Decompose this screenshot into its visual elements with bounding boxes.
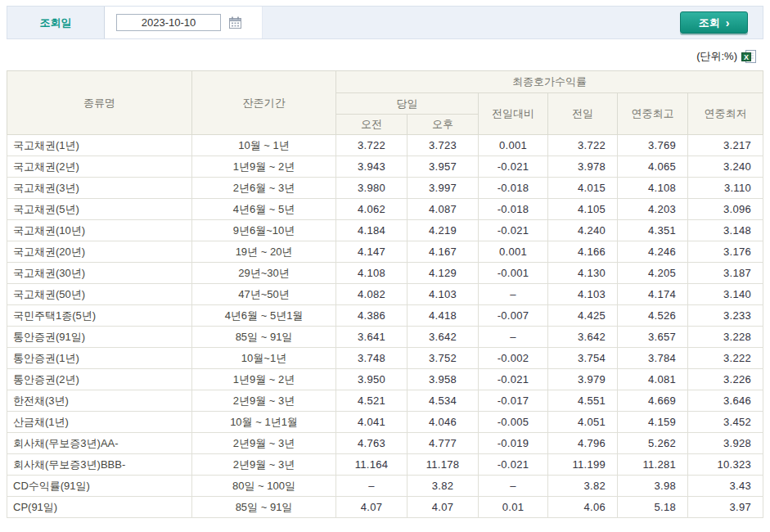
cell-bond-name: 통안증권(1년): [7, 348, 192, 369]
date-input[interactable]: [116, 14, 221, 31]
cell-prev: 4.551: [548, 390, 618, 412]
cell-change: 0.001: [479, 241, 548, 263]
table-row: 통안증권(2년) 1년9월 ~ 2년 3.950 3.958 -0.021 3.…: [7, 369, 763, 390]
cell-year-low: 3.176: [688, 241, 763, 263]
cell-period: 2년9월 ~ 3년: [192, 454, 336, 476]
col-header-yield-group: 최종호가수익률: [336, 71, 763, 93]
cell-year-low: 3.096: [688, 199, 763, 220]
cell-pm: 4.07: [408, 497, 479, 518]
cell-bond-name: 회사채(무보증3년)BBB-: [7, 454, 192, 476]
search-toolbar: 조회일 조회 ›: [7, 6, 763, 39]
table-row: 국고채권(20년) 19년 ~ 20년 4.147 4.167 0.001 4.…: [7, 241, 763, 263]
cell-year-high: 3.784: [618, 348, 688, 369]
cell-change: -0.002: [479, 348, 548, 369]
cell-year-low: 10.323: [688, 454, 763, 476]
cell-period: 9년6월~10년: [192, 220, 336, 241]
cell-prev: 3.979: [548, 369, 618, 390]
cell-bond-name: CP(91일): [7, 497, 192, 518]
cell-bond-name: 통안증권(91일): [7, 327, 192, 348]
cell-bond-name: 국민주택1종(5년): [7, 305, 192, 327]
cell-pm: 4.167: [408, 241, 479, 263]
cell-prev: 4.06: [548, 497, 618, 518]
table-row: CP(91일) 85일 ~ 91일 4.07 4.07 0.01 4.06 5.…: [7, 497, 763, 518]
cell-year-low: 3.43: [688, 476, 763, 497]
cell-year-low: 3.222: [688, 348, 763, 369]
cell-am: 4.147: [336, 241, 408, 263]
cell-period: 80일 ~ 100일: [192, 476, 336, 497]
excel-export-icon[interactable]: X: [741, 49, 757, 64]
table-header: 종류명 잔존기간 최종호가수익률 당일 전일대비 전일 연중최고 연중최저 오전…: [7, 71, 763, 135]
cell-pm: 3.752: [408, 348, 479, 369]
cell-year-high: 5.18: [618, 497, 688, 518]
table-row: 통안증권(91일) 85일 ~ 91일 3.641 3.642 – 3.642 …: [7, 327, 763, 348]
cell-am: 4.521: [336, 390, 408, 412]
cell-period: 19년 ~ 20년: [192, 241, 336, 263]
chevron-right-icon: ›: [726, 17, 730, 29]
cell-period: 10월~1년: [192, 348, 336, 369]
cell-pm: 11.178: [408, 454, 479, 476]
cell-year-low: 3.110: [688, 178, 763, 199]
cell-am: 4.386: [336, 305, 408, 327]
search-button[interactable]: 조회 ›: [680, 11, 748, 34]
cell-period: 10월 ~ 1년1월: [192, 412, 336, 433]
cell-am: 3.943: [336, 156, 408, 178]
cell-change: -0.021: [479, 220, 548, 241]
cell-pm: 3.957: [408, 156, 479, 178]
table-row: 국고채권(1년) 10월 ~ 1년 3.722 3.723 0.001 3.72…: [7, 135, 763, 156]
date-label: 조회일: [7, 16, 104, 30]
cell-am: 4.041: [336, 412, 408, 433]
cell-am: 4.763: [336, 433, 408, 454]
cell-pm: 4.534: [408, 390, 479, 412]
cell-year-low: 3.140: [688, 284, 763, 305]
col-header-type: 종류명: [7, 71, 192, 135]
col-header-change: 전일대비: [479, 93, 548, 135]
cell-period: 85일 ~ 91일: [192, 327, 336, 348]
cell-am: 3.980: [336, 178, 408, 199]
cell-period: 10월 ~ 1년: [192, 135, 336, 156]
cell-change: 0.001: [479, 135, 548, 156]
cell-year-high: 4.174: [618, 284, 688, 305]
cell-change: -0.017: [479, 390, 548, 412]
cell-period: 2년9월 ~ 3년: [192, 433, 336, 454]
cell-change: 0.01: [479, 497, 548, 518]
cell-year-low: 3.228: [688, 327, 763, 348]
yield-table: 종류명 잔존기간 최종호가수익률 당일 전일대비 전일 연중최고 연중최저 오전…: [7, 70, 763, 518]
search-button-label: 조회: [699, 16, 720, 30]
cell-prev: 4.130: [548, 263, 618, 284]
svg-text:X: X: [744, 53, 749, 61]
cell-prev: 4.425: [548, 305, 618, 327]
cell-prev: 3.978: [548, 156, 618, 178]
cell-change: –: [479, 284, 548, 305]
cell-year-high: 4.081: [618, 369, 688, 390]
table-row: 국고채권(3년) 2년6월 ~ 3년 3.980 3.997 -0.018 4.…: [7, 178, 763, 199]
cell-prev: 4.796: [548, 433, 618, 454]
cell-year-low: 3.217: [688, 135, 763, 156]
cell-prev: 3.722: [548, 135, 618, 156]
cell-am: 3.950: [336, 369, 408, 390]
cell-year-low: 3.97: [688, 497, 763, 518]
cell-bond-name: 국고채권(3년): [7, 178, 192, 199]
cell-bond-name: 통안증권(2년): [7, 369, 192, 390]
cell-prev: 4.240: [548, 220, 618, 241]
cell-change: -0.021: [479, 156, 548, 178]
cell-pm: 4.777: [408, 433, 479, 454]
table-row: 회사채(무보증3년)BBB- 2년9월 ~ 3년 11.164 11.178 -…: [7, 454, 763, 476]
cell-year-high: 4.669: [618, 390, 688, 412]
cell-prev: 3.642: [548, 327, 618, 348]
cell-bond-name: 국고채권(2년): [7, 156, 192, 178]
table-row: 국민주택1종(5년) 4년6월 ~ 5년1월 4.386 4.418 -0.00…: [7, 305, 763, 327]
cell-pm: 3.82: [408, 476, 479, 497]
table-row: 산금채(1년) 10월 ~ 1년1월 4.041 4.046 -0.005 4.…: [7, 412, 763, 433]
cell-bond-name: 한전채(3년): [7, 390, 192, 412]
cell-year-high: 3.657: [618, 327, 688, 348]
toolbar-left: 조회일: [7, 7, 263, 38]
cell-change: -0.021: [479, 369, 548, 390]
cell-year-high: 4.526: [618, 305, 688, 327]
table-row: 국고채권(30년) 29년~30년 4.108 4.129 -0.001 4.1…: [7, 263, 763, 284]
cell-period: 1년9월 ~ 2년: [192, 156, 336, 178]
cell-am: –: [336, 476, 408, 497]
calendar-icon[interactable]: [228, 16, 242, 29]
cell-year-low: 3.928: [688, 433, 763, 454]
cell-bond-name: 국고채권(1년): [7, 135, 192, 156]
cell-bond-name: 국고채권(5년): [7, 199, 192, 220]
